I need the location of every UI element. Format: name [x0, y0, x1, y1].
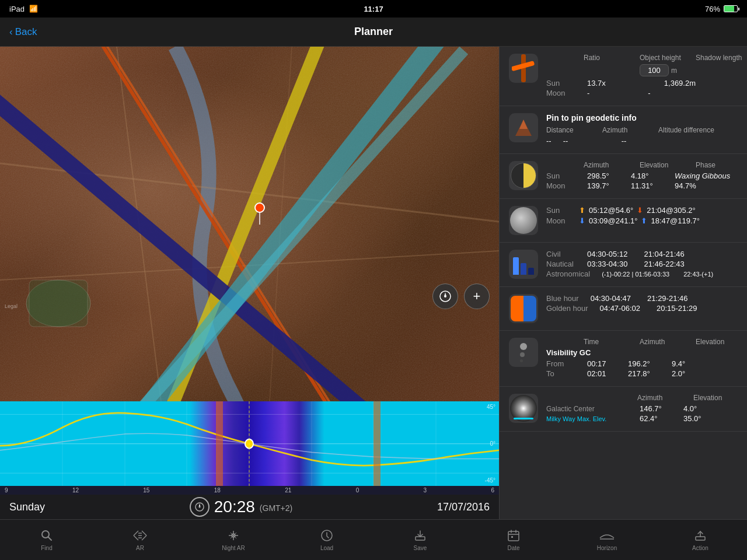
- civil-label: Civil: [546, 250, 575, 258]
- height-input[interactable]: [640, 64, 669, 76]
- sun-pos-label: Sun: [546, 172, 575, 180]
- mountain-icon: [513, 117, 534, 138]
- vis-to-time: 02:01: [587, 369, 616, 378]
- nautical-row: Nautical 03:33-04:30 21:46-22:43: [546, 260, 738, 268]
- horizon-label: Horizon: [597, 545, 617, 551]
- tab-load[interactable]: Load: [280, 524, 374, 556]
- moon-rs-label: Moon: [546, 216, 575, 225]
- gc-title: Galactic Center: [546, 405, 628, 413]
- back-button[interactable]: ‹ Back: [9, 26, 37, 38]
- civil-evening-val: 21:04-21:46: [644, 250, 684, 258]
- x-label-0: 0: [356, 487, 359, 494]
- plus-icon: +: [473, 289, 481, 304]
- height-input-row: m: [640, 64, 686, 76]
- gc-row: Galactic Center 146.7° 4.0°: [546, 404, 740, 413]
- tab-date[interactable]: Date: [467, 524, 560, 556]
- alt-header: Altitude difference: [658, 126, 714, 134]
- y-label-bot: -45°: [485, 477, 495, 484]
- golden-morning-val: 04:47-06:02: [600, 304, 640, 313]
- vis-from-el: 9.4°: [672, 359, 685, 368]
- vis-from-label: From: [546, 359, 575, 368]
- tab-night-ar[interactable]: Night AR: [187, 524, 280, 556]
- sun-data-row: Sun 13.7x 1,369.2m: [546, 79, 742, 88]
- blue-morning-val: 04:30-04:47: [591, 294, 631, 303]
- vis-headers: Time Azimuth Elevation: [546, 338, 742, 346]
- moon-photo-icon: [510, 207, 537, 234]
- map-pin[interactable]: [254, 202, 265, 225]
- sun-shadow-headers: Ratio Object height m Shadow length: [546, 54, 742, 76]
- visibility-content: Time Azimuth Elevation Visibility GC Fro…: [546, 338, 742, 379]
- azimuth-col-header: Azimuth: [584, 161, 630, 169]
- x-label-18: 18: [214, 487, 221, 494]
- geodetic-headers: Distance Azimuth Altitude difference: [546, 126, 738, 134]
- galactic-content: Azimuth Elevation Galactic Center 146.7°…: [546, 394, 740, 424]
- compass-button[interactable]: [432, 284, 458, 309]
- gc-az-header: Azimuth: [637, 394, 684, 402]
- svg-line-36: [142, 536, 146, 540]
- moon-az-val: 139.7°: [587, 181, 619, 190]
- battery-pct: 76%: [705, 5, 720, 13]
- geodetic-content: Pin to pin geodetic info Distance Azimut…: [546, 113, 738, 146]
- vis-to-row: To 02:01 217.8° 2.0°: [546, 369, 742, 378]
- vis-from-az: 196.2°: [628, 359, 660, 368]
- gc-el-val: 4.0°: [683, 404, 697, 413]
- svg-rect-52: [511, 536, 513, 538]
- golden-label: Golden hour: [546, 304, 588, 313]
- action-icon: [693, 528, 707, 542]
- vis-dot-2: [520, 352, 525, 357]
- nautical-evening-val: 21:46-22:43: [644, 260, 684, 268]
- moon-position-row: Moon 139.7° 11.31° 94.7%: [546, 181, 742, 190]
- sun-shadow-length: 1,369.2m: [664, 79, 696, 88]
- save-icon: [413, 528, 427, 542]
- compass-small-button[interactable]: [190, 497, 210, 517]
- golden-blue-card: Blue hour 04:30-04:47 21:29-21:46 Golden…: [500, 287, 747, 331]
- moon-phase-icon: [511, 163, 536, 188]
- blue-hour-row: Blue hour 04:30-04:47 21:29-21:46: [546, 294, 738, 303]
- position-card: Azimuth Elevation Phase Sun 298.5° 4.18°…: [500, 154, 747, 199]
- sun-rise-val: 05:12@54.6°: [589, 206, 633, 215]
- geodetic-card[interactable]: Pin to pin geodetic info Distance Azimut…: [500, 106, 747, 154]
- civil-bar: [513, 257, 519, 275]
- tab-save[interactable]: Save: [374, 524, 467, 556]
- find-icon: [40, 528, 54, 542]
- time-value: 20:28: [214, 498, 255, 516]
- svg-rect-48: [508, 531, 519, 541]
- legal-text: Legal: [5, 303, 18, 309]
- twilight-icon-container: [509, 250, 538, 279]
- nav-title: Planner: [354, 26, 393, 38]
- sun-set-val: 21:04@305.2°: [647, 206, 695, 215]
- position-content: Azimuth Elevation Phase Sun 298.5° 4.18°…: [546, 161, 742, 191]
- tab-horizon[interactable]: Horizon: [560, 524, 654, 556]
- svg-marker-30: [519, 120, 528, 129]
- map-area[interactable]: + Legal: [0, 47, 499, 401]
- sun-shadow-content: Ratio Object height m Shadow length Sun …: [546, 54, 742, 99]
- device-label: iPad: [9, 5, 25, 13]
- mw-el-val: 35.0°: [683, 414, 701, 423]
- moon-shadow-length: -: [648, 89, 650, 97]
- ar-label: AR: [136, 545, 144, 551]
- chart-graph[interactable]: 45° 0° -45°: [0, 401, 499, 487]
- horizon-icon: [599, 528, 615, 542]
- objh-header: Object height: [640, 54, 686, 62]
- set-arrow-icon: ⬇: [637, 206, 643, 215]
- sun-el-val: 4.18°: [631, 172, 663, 180]
- nautical-bar: [521, 263, 526, 275]
- tab-action[interactable]: Action: [654, 524, 747, 556]
- sun-icon-container: [509, 54, 538, 83]
- y-label-top: 45°: [487, 404, 495, 410]
- date-icon: [507, 528, 521, 542]
- status-right: 76%: [705, 5, 738, 13]
- golden-blue-icon-container: [509, 294, 538, 323]
- map-satellite: + Legal: [0, 47, 499, 401]
- tab-ar[interactable]: AR: [93, 524, 187, 556]
- sun-position-row: Sun 298.5° 4.18° Waxing Gibbous: [546, 172, 742, 180]
- nav-bar: ‹ Back Planner: [0, 18, 747, 47]
- tab-find[interactable]: Find: [0, 524, 93, 556]
- vis-title: Visibility GC: [546, 348, 742, 357]
- alt-value: --: [622, 136, 627, 145]
- zoom-plus-button[interactable]: +: [464, 284, 490, 309]
- sun-shadow-card: Ratio Object height m Shadow length Sun …: [500, 47, 747, 106]
- astro-evening-val: 22:43-(+1): [683, 271, 713, 278]
- pin-circle: [254, 202, 265, 213]
- find-label: Find: [41, 545, 52, 551]
